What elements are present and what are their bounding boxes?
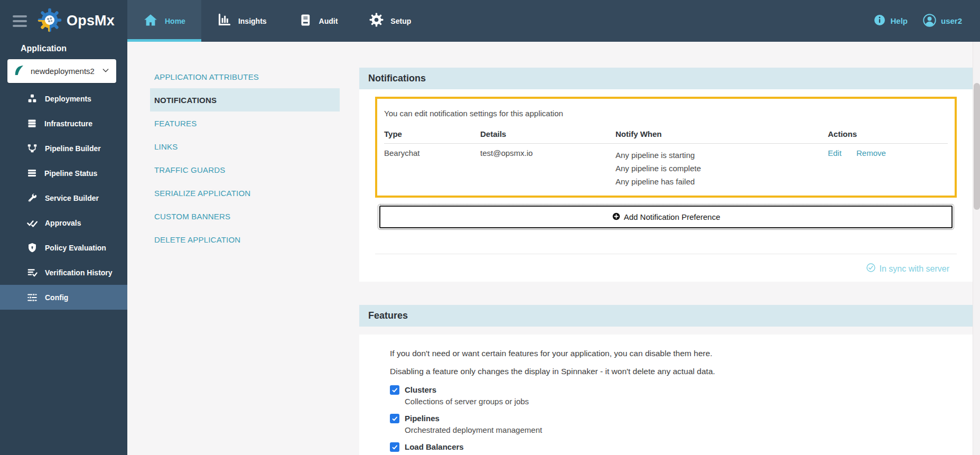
config-nav-delete-application[interactable]: DELETE APPLICATION	[150, 228, 340, 251]
opsmx-brand[interactable]: OpsMx	[38, 8, 115, 34]
brand-name: OpsMx	[67, 13, 115, 29]
topbar-brand-area: OpsMx	[0, 0, 127, 42]
notifications-highlighted-box: You can edit notification settings for t…	[375, 97, 957, 198]
feature-item-load-balancers: Load Balancers	[390, 442, 957, 452]
topbar-right-area: Help user2	[873, 0, 980, 42]
remove-notification-link[interactable]: Remove	[856, 148, 886, 157]
tab-home[interactable]: Home	[127, 0, 201, 42]
sidebar-item-label: Config	[45, 293, 68, 302]
application-sidebar: Application newdeployments2 Deployments …	[0, 42, 127, 455]
policy-evaluation-icon	[26, 242, 38, 254]
sidebar-item-policy-evaluation[interactable]: Policy Evaluation	[0, 235, 127, 260]
notifications-description: You can edit notification settings for t…	[384, 109, 948, 118]
config-nav-custom-banners[interactable]: CUSTOM BANNERS	[150, 205, 340, 228]
add-notification-preference-label: Add Notification Preference	[624, 212, 721, 221]
tab-audit[interactable]: Audit	[283, 0, 354, 42]
notification-row-actions: Edit Remove	[828, 144, 948, 188]
help-info-icon	[873, 14, 886, 28]
features-intro-line: Disabling a feature only changes the dis…	[390, 367, 957, 376]
notifications-table: Type Details Notify When Actions Bearych…	[384, 129, 948, 188]
sidebar-item-config[interactable]: Config	[0, 285, 127, 310]
plus-circle-icon	[612, 212, 621, 222]
opsmx-logo-icon	[38, 8, 62, 34]
help-menu[interactable]: Help	[873, 14, 908, 28]
scrollbar-thumb[interactable]	[974, 83, 980, 210]
tab-setup-label: Setup	[390, 17, 411, 25]
config-nav-serialize-application[interactable]: SERIALIZE APPLICATION	[150, 181, 340, 205]
features-panel: If you don't need or want certain featur…	[359, 335, 973, 455]
config-nav-traffic-guards[interactable]: TRAFFIC GUARDS	[150, 158, 340, 181]
sync-status-text: In sync with server	[880, 264, 949, 274]
pipelines-checkbox[interactable]	[390, 414, 399, 423]
checkbox-check-icon	[391, 387, 398, 394]
application-selector-dropdown[interactable]: newdeployments2	[7, 59, 116, 83]
selected-application-name: newdeployments2	[31, 67, 96, 76]
infrastructure-icon	[26, 118, 38, 129]
config-main-content: Notifications You can edit notification …	[359, 42, 973, 455]
user-menu[interactable]: user2	[922, 13, 962, 29]
chevron-down-icon	[101, 66, 110, 77]
sidebar-item-service-builder[interactable]: Service Builder	[0, 185, 127, 210]
feature-description: Collections of server groups or jobs	[405, 397, 957, 406]
edit-notification-link[interactable]: Edit	[828, 148, 842, 157]
config-nav-links[interactable]: LINKS	[150, 135, 340, 158]
help-label: Help	[890, 16, 908, 25]
notify-when-line: Any pipeline is complete	[615, 162, 828, 175]
column-header-details: Details	[480, 129, 615, 144]
checkbox-check-icon	[391, 444, 398, 451]
sidebar-item-label: Service Builder	[45, 194, 99, 202]
tab-audit-label: Audit	[319, 17, 338, 25]
notifications-section-header: Notifications	[359, 68, 973, 89]
config-nav-notifications[interactable]: NOTIFICATIONS	[150, 88, 340, 112]
column-header-type: Type	[384, 129, 480, 144]
sidebar-item-pipeline-builder[interactable]: Pipeline Builder	[0, 136, 127, 161]
notifications-section-title: Notifications	[368, 73, 426, 84]
column-header-actions: Actions	[828, 129, 948, 144]
clusters-checkbox[interactable]	[390, 385, 399, 395]
sidebar-item-verification-history[interactable]: Verification History	[0, 260, 127, 285]
config-icon	[26, 292, 38, 303]
sidebar-item-label: Pipeline Status	[44, 169, 97, 178]
sidebar-item-deployments[interactable]: Deployments	[0, 86, 127, 111]
sidebar-item-label: Deployments	[45, 95, 91, 103]
top-navigation-bar: OpsMx Home Insights	[0, 0, 980, 42]
feature-item-clusters: Clusters Collections of server groups or…	[390, 385, 957, 406]
sidebar-item-approvals[interactable]: Approvals	[0, 210, 127, 235]
pipeline-status-icon	[26, 168, 38, 179]
notify-when-line: Any pipeline is starting	[615, 148, 828, 162]
notification-row-notify-when: Any pipeline is starting Any pipeline is…	[615, 144, 828, 188]
sidebar-item-infrastructure[interactable]: Infrastructure	[0, 111, 127, 136]
hamburger-menu-icon[interactable]	[13, 15, 27, 27]
notification-row-type: Bearychat	[384, 144, 480, 188]
vertical-scrollbar[interactable]	[973, 42, 980, 455]
tab-setup[interactable]: Setup	[353, 0, 427, 42]
config-nav-application-attributes[interactable]: APPLICATION ATTRIBUTES	[150, 65, 340, 88]
column-header-notify-when: Notify When	[615, 129, 828, 144]
opsmx-application-window: OpsMx Home Insights	[0, 0, 980, 455]
sync-check-icon	[866, 263, 876, 275]
audit-icon	[298, 13, 312, 29]
user-label: user2	[941, 16, 962, 25]
feature-description: Orchestrated deployment management	[405, 425, 957, 434]
load-balancers-checkbox[interactable]	[390, 442, 399, 452]
features-section-title: Features	[368, 310, 408, 321]
sidebar-item-label: Approvals	[45, 219, 81, 227]
tab-home-label: Home	[165, 17, 185, 25]
checkbox-check-icon	[391, 415, 398, 422]
sync-status: In sync with server	[866, 263, 949, 275]
deployments-icon	[26, 93, 38, 105]
insights-icon	[217, 13, 231, 29]
config-section-nav: APPLICATION ATTRIBUTES NOTIFICATIONS FEA…	[150, 65, 340, 251]
notifications-panel-footer: In sync with server	[375, 254, 957, 275]
notification-row-details: test@opsmx.io	[480, 144, 615, 188]
add-notification-preference-button[interactable]: Add Notification Preference	[379, 206, 953, 228]
features-intro-line: If you don't need or want certain featur…	[390, 349, 957, 358]
approvals-icon	[26, 217, 38, 229]
config-nav-features[interactable]: FEATURES	[150, 112, 340, 135]
tab-insights[interactable]: Insights	[201, 0, 283, 42]
feature-label: Pipelines	[405, 413, 957, 423]
main-nav-tabs: Home Insights	[127, 0, 427, 42]
features-intro: If you don't need or want certain featur…	[390, 349, 957, 376]
sidebar-item-pipeline-status[interactable]: Pipeline Status	[0, 161, 127, 185]
user-avatar-icon	[922, 13, 937, 29]
